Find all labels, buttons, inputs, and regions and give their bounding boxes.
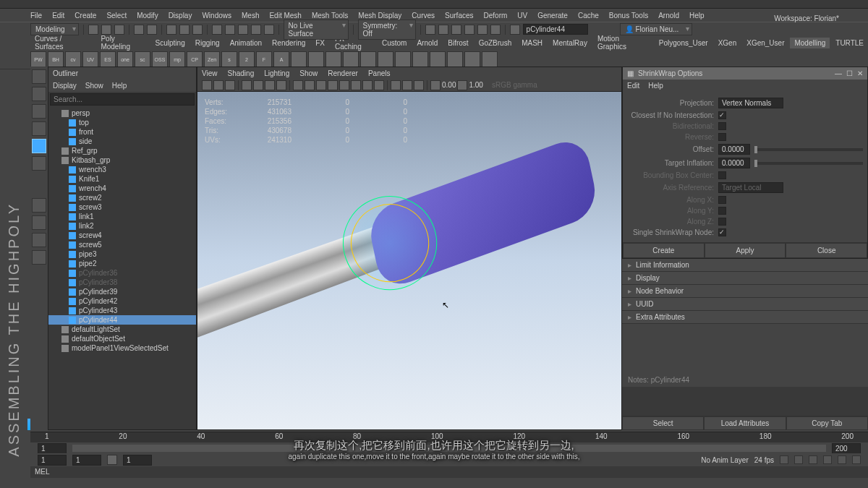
- tree-item[interactable]: pCylinder44: [48, 315, 196, 325]
- menu-arnold[interactable]: Arnold: [658, 12, 679, 20]
- shelf-button[interactable]: ES: [100, 51, 116, 67]
- menu-mesh-display[interactable]: Mesh Display: [358, 12, 401, 20]
- vp-select-cam-icon[interactable]: [202, 80, 212, 90]
- shelf-tab[interactable]: Arnold: [412, 38, 442, 48]
- menu-curves[interactable]: Curves: [412, 12, 435, 20]
- shelf-button[interactable]: Zen: [204, 51, 220, 67]
- shelf-tab[interactable]: Curves / Surfaces: [30, 33, 95, 52]
- tree-item[interactable]: pipe3: [48, 249, 196, 259]
- tree-item[interactable]: screw3: [48, 202, 196, 212]
- snap-live-icon[interactable]: [264, 25, 274, 35]
- shelf-button[interactable]: [378, 51, 393, 67]
- lasso-icon[interactable]: [179, 25, 190, 35]
- keyframe-icon[interactable]: [107, 455, 117, 465]
- shelf-tab[interactable]: XGen: [714, 38, 741, 48]
- symmetry-dropdown[interactable]: Symmetry: Off: [358, 20, 416, 40]
- outliner-help[interactable]: Help: [112, 82, 127, 90]
- vp-gamma-icon[interactable]: [457, 80, 467, 90]
- vp-show[interactable]: Show: [299, 69, 318, 77]
- shelf-button[interactable]: OSS: [152, 51, 168, 67]
- shelf-button[interactable]: BH: [48, 51, 64, 67]
- lasso-tool[interactable]: [32, 87, 46, 101]
- minimize-icon[interactable]: —: [835, 69, 842, 77]
- shelf-tab[interactable]: MASH: [517, 38, 547, 48]
- move-tool[interactable]: [32, 104, 46, 119]
- scale-tool[interactable]: [32, 139, 46, 153]
- user-dropdown[interactable]: 👤 Florian Neu...: [620, 23, 693, 35]
- snap-grid-icon[interactable]: [212, 25, 222, 35]
- acc-node[interactable]: Node Behavior: [622, 285, 868, 298]
- tree-item[interactable]: persp: [48, 108, 196, 118]
- layout-outliner[interactable]: [32, 250, 46, 265]
- selected-object-field[interactable]: pCylinder44: [523, 24, 588, 35]
- shelf-button[interactable]: [482, 51, 498, 67]
- close-button[interactable]: Close: [786, 243, 867, 258]
- menu-uv[interactable]: UV: [517, 12, 527, 20]
- light-editor-icon[interactable]: [477, 25, 488, 35]
- create-button[interactable]: Create: [623, 243, 705, 258]
- tree-item[interactable]: pipe2: [48, 259, 196, 268]
- tree-item[interactable]: pCylinder43: [48, 306, 196, 315]
- vp-color-space[interactable]: sRGB gamma: [492, 81, 537, 89]
- shelf-tab[interactable]: Sculpting: [151, 38, 190, 48]
- load-attr-button[interactable]: Load Attributes: [704, 416, 786, 430]
- tree-item[interactable]: screw5: [48, 240, 196, 249]
- vp-xray-icon[interactable]: [402, 80, 412, 90]
- tree-item[interactable]: Knife1: [48, 174, 196, 184]
- closest-checkbox[interactable]: [718, 111, 726, 119]
- go-start-icon[interactable]: [780, 455, 788, 464]
- offset-slider[interactable]: [754, 148, 863, 151]
- fps-select[interactable]: 24 fps: [754, 456, 774, 464]
- step-back-icon[interactable]: [794, 455, 803, 464]
- shelf-tab[interactable]: Rigging: [191, 38, 224, 48]
- tree-item[interactable]: link2: [48, 221, 196, 231]
- inflation-input[interactable]: 0.0000: [718, 158, 750, 168]
- vp-film-gate-icon[interactable]: [253, 80, 263, 90]
- layout-four[interactable]: [32, 215, 46, 230]
- acc-display[interactable]: Display: [622, 272, 868, 285]
- shelf-button[interactable]: [343, 51, 359, 67]
- shelf-tab[interactable]: Polygons_User: [655, 38, 712, 48]
- shelf-tab[interactable]: TURTLE: [831, 38, 868, 48]
- menu-mesh[interactable]: Mesh: [242, 12, 259, 20]
- menu-windows[interactable]: Windows: [202, 12, 231, 20]
- live-surface-dropdown[interactable]: No Live Surface: [284, 20, 349, 40]
- vp-xray-joints-icon[interactable]: [414, 80, 424, 90]
- shelf-button[interactable]: [430, 51, 446, 67]
- tree-item[interactable]: front: [48, 127, 196, 137]
- anim-start[interactable]: 1: [38, 455, 67, 466]
- maximize-icon[interactable]: ☐: [846, 69, 853, 77]
- shelf-button[interactable]: UV: [82, 51, 98, 67]
- close-icon[interactable]: ✕: [857, 69, 863, 77]
- copy-tab-button[interactable]: Copy Tab: [786, 416, 868, 430]
- play-fwd-icon[interactable]: [823, 455, 832, 464]
- ipr-icon[interactable]: [438, 25, 448, 35]
- menu-create[interactable]: Create: [75, 12, 96, 20]
- vp-res-gate-icon[interactable]: [265, 80, 275, 90]
- menu-cache[interactable]: Cache: [578, 12, 599, 20]
- shelf-button[interactable]: one: [117, 51, 133, 67]
- select-tool[interactable]: [32, 69, 46, 84]
- vp-wireframe-icon[interactable]: [293, 80, 303, 90]
- shelf-button[interactable]: [464, 51, 480, 67]
- apply-button[interactable]: Apply: [705, 243, 786, 258]
- render-icon[interactable]: [425, 25, 435, 35]
- shelf-tab[interactable]: XGen_User: [742, 38, 788, 48]
- vp-renderer[interactable]: Renderer: [328, 69, 358, 77]
- tree-item[interactable]: screw2: [48, 193, 196, 202]
- vp-gate-mask-icon[interactable]: [276, 80, 286, 90]
- vp-panels[interactable]: Panels: [368, 69, 391, 77]
- shelf-tab[interactable]: Modelling: [790, 38, 830, 48]
- paint-icon[interactable]: [192, 25, 203, 35]
- vp-motion-blur-icon[interactable]: [362, 80, 373, 90]
- tree-item[interactable]: modelPanel1ViewSelectedSet: [48, 343, 196, 353]
- menu-edit-mesh[interactable]: Edit Mesh: [269, 12, 301, 20]
- tree-item[interactable]: link1: [48, 212, 196, 221]
- vp-gamma-value[interactable]: 1.00: [469, 81, 482, 89]
- anim-curr[interactable]: 1: [123, 455, 152, 466]
- rotate-tool[interactable]: [32, 121, 46, 136]
- menu-set-dropdown[interactable]: Modeling: [30, 23, 79, 35]
- playblast-icon[interactable]: [490, 25, 501, 35]
- vp-shaded-icon[interactable]: [305, 80, 315, 90]
- render-settings-icon[interactable]: [451, 25, 461, 35]
